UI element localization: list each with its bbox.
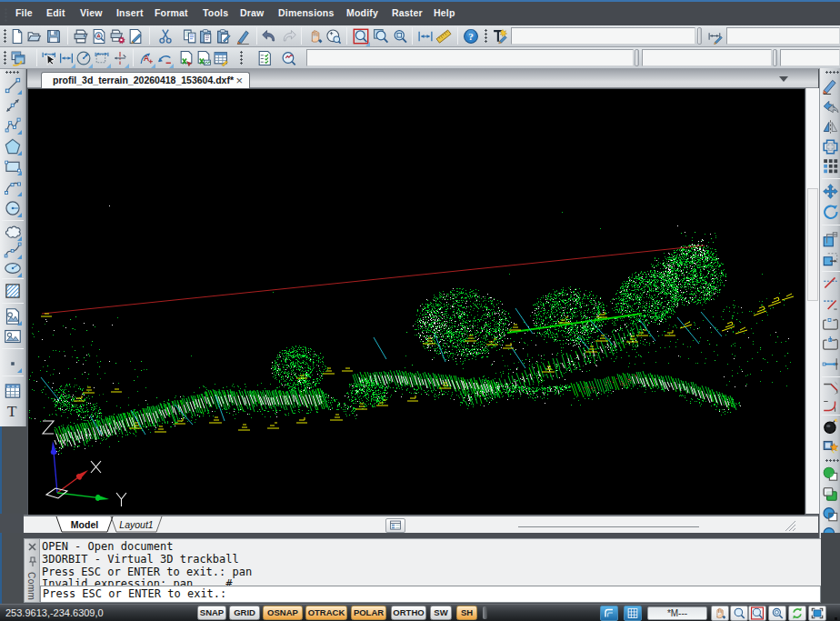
tab-layout1-label[interactable]: Layout1 [119,519,153,530]
dim-window-icon[interactable] [94,50,110,66]
spline-icon[interactable] [4,241,22,259]
text-icon[interactable]: T [4,402,22,420]
command-history[interactable]: OPEN - Open document 3DORBIT - Virtual 3… [40,538,821,586]
explode-attributes-icon[interactable] [822,437,839,455]
menu-tools[interactable]: Tools [203,7,228,18]
menu-format[interactable]: Format [155,7,188,18]
text-style-icon[interactable] [492,28,508,45]
dist-icon[interactable] [417,28,434,45]
text-style-field[interactable] [511,27,695,45]
toggle-ortho[interactable]: ORTHO [391,606,426,620]
circle-icon[interactable] [4,199,22,217]
point-icon[interactable] [4,355,22,373]
array-icon[interactable] [822,157,839,175]
zoom-button[interactable] [730,606,748,621]
arc-icon[interactable] [4,178,22,196]
vertical-scrollbar-thumb[interactable] [807,188,818,301]
horizontal-scrollbar[interactable] [518,526,699,527]
join-icon[interactable] [822,356,839,373]
union-icon[interactable] [822,466,839,483]
polyline-icon[interactable] [4,116,22,135]
stretch-icon[interactable] [822,251,839,268]
dim-style-icon[interactable] [707,28,724,45]
help-icon[interactable]: ? [463,28,479,45]
chamfer-icon[interactable] [822,380,839,397]
pan-hand-button[interactable] [711,606,729,621]
image-attach-icon[interactable] [195,50,212,66]
zoom-window-icon[interactable] [353,28,369,45]
toggle-polar[interactable]: POLAR [351,606,386,620]
pan-hand-icon[interactable] [307,28,324,45]
zoom-window-button[interactable] [748,606,766,621]
explode-icon[interactable] [822,417,839,435]
hatch-icon[interactable] [4,282,22,300]
erase-icon[interactable] [822,77,839,95]
clean-screen-button[interactable] [600,606,618,621]
save-icon[interactable] [45,28,62,45]
scale-icon[interactable] [822,231,839,248]
paste-special-icon[interactable] [215,28,232,45]
menu-help[interactable]: Help [434,7,455,18]
fullscreen-button[interactable] [808,606,826,621]
intersect-icon[interactable] [822,506,839,523]
redo-icon[interactable] [281,28,297,45]
menu-file[interactable]: File [15,7,33,18]
command-close-icon[interactable] [27,542,37,552]
polygon-icon[interactable] [4,137,22,155]
standards-icon[interactable] [256,50,273,66]
dim-style-field[interactable] [726,27,840,45]
move-icon[interactable] [822,183,839,200]
grid-display-button[interactable] [624,606,642,621]
table-left-icon[interactable] [4,382,22,400]
ruler-icon[interactable] [435,28,452,45]
format-painter-icon[interactable] [235,28,252,45]
dim-center-icon[interactable] [112,50,128,66]
break-icon[interactable] [822,316,839,333]
command-input[interactable]: Press ESC or ENTER to exit.: [40,586,821,603]
ray-icon[interactable] [4,96,22,115]
menu-draw[interactable]: Draw [240,7,264,18]
copy-obj-icon[interactable] [822,98,839,115]
menu-modify[interactable]: Modify [346,7,378,18]
toggle-sh[interactable]: SH [456,606,477,620]
ellipse-icon[interactable] [4,259,22,277]
layer-field[interactable] [306,49,634,66]
linetype-field[interactable] [780,49,840,66]
undo-icon[interactable] [261,28,277,45]
paste-icon[interactable] [198,28,215,45]
trim-icon[interactable] [822,275,839,292]
mirror-icon[interactable] [822,118,839,135]
menu-view[interactable]: View [80,7,103,18]
line-icon[interactable] [4,76,22,95]
toggle-otrack[interactable]: OTRACK [305,606,347,620]
dim-radius-icon[interactable] [75,50,92,66]
drawing-canvas[interactable] [27,88,805,515]
rotate-icon[interactable] [822,203,839,220]
revcloud-icon[interactable] [4,223,22,241]
extend-icon[interactable] [822,295,839,313]
dim-angular-icon[interactable]: A [138,50,155,66]
regen-button[interactable] [788,606,806,621]
subtract-icon[interactable] [822,486,839,503]
offset-icon[interactable] [822,138,839,155]
menu-edit[interactable]: Edit [46,7,65,18]
menu-dimensions[interactable]: Dimensions [278,7,335,18]
toggle-sw[interactable]: SW [430,606,452,620]
dim-linear-icon[interactable] [58,50,75,66]
layout-list-button[interactable] [385,518,405,533]
dim-select-icon[interactable] [41,50,57,66]
vertical-scrollbar[interactable] [805,88,819,514]
open-icon[interactable] [26,28,43,45]
standards-check-icon[interactable] [281,50,297,66]
copy-icon[interactable] [182,28,198,45]
tab-close-button[interactable]: × [235,74,243,87]
toggle-snap[interactable]: SNAP [197,606,226,620]
zoom-in-icon[interactable] [392,28,408,45]
zoom-previous-icon[interactable] [373,28,389,45]
cut-icon[interactable] [157,28,174,45]
export-icon[interactable] [127,28,144,45]
color-field[interactable] [642,49,772,66]
tab-list-dropdown-icon[interactable] [779,76,788,82]
toggle-grid[interactable]: GRID [229,606,260,620]
break-at-point-icon[interactable] [822,336,839,353]
